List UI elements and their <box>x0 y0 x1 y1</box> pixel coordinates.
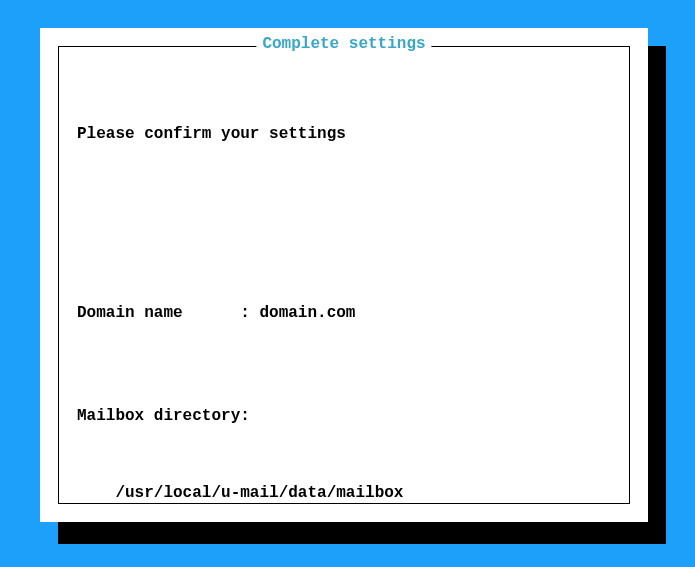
blank-line <box>77 199 611 225</box>
domain-row: Domain name : domain.com <box>77 301 611 327</box>
dialog-border: Complete settings Please confirm your se… <box>58 46 630 504</box>
dialog-content: Please confirm your settings Domain name… <box>77 71 611 567</box>
dialog-window: Complete settings Please confirm your se… <box>40 28 648 522</box>
domain-value: domain.com <box>259 304 355 322</box>
dialog-title: Complete settings <box>256 35 431 53</box>
mailbox-label-row: Mailbox directory: <box>77 404 611 430</box>
mailbox-value-row: /usr/local/u-mail/data/mailbox <box>77 481 611 507</box>
domain-label: Domain name : <box>77 304 259 322</box>
confirm-prompt: Please confirm your settings <box>77 122 611 148</box>
